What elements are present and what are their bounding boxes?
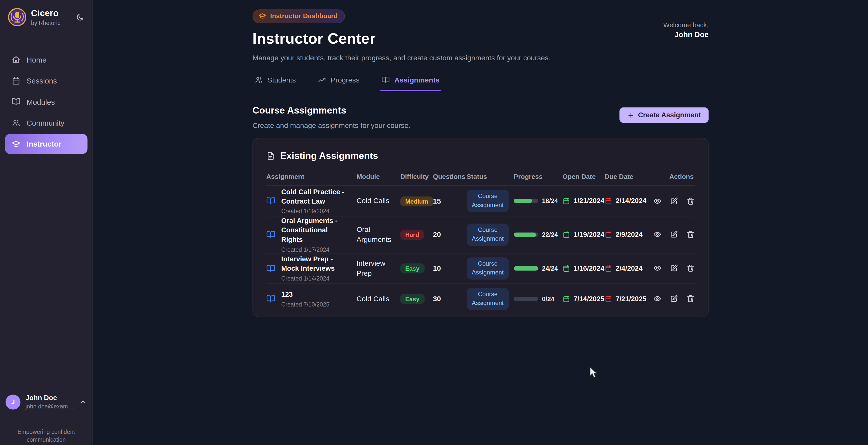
delete-icon[interactable] xyxy=(687,294,695,303)
open-date-cell: 1/16/2024 xyxy=(562,264,604,272)
progress-label: 24/24 xyxy=(542,265,558,272)
delete-icon[interactable] xyxy=(687,197,695,205)
graduation-cap-icon xyxy=(259,12,267,20)
delete-icon[interactable] xyxy=(687,230,695,239)
assignment-created: Created 1/17/2024 xyxy=(281,246,349,253)
sidebar: Cicero by Rhetoric Home Sessions xyxy=(0,0,93,445)
difficulty-badge: Hard xyxy=(400,230,424,240)
calendar-icon xyxy=(562,264,570,272)
progress-bar xyxy=(514,232,538,237)
status-badge: Course Assignment xyxy=(467,257,509,279)
create-assignment-button[interactable]: Create Assignment xyxy=(619,107,709,123)
questions-cell: 30 xyxy=(433,294,467,303)
section-header: Course Assignments Create and manage ass… xyxy=(252,105,410,130)
avatar: J xyxy=(5,394,21,409)
sidebar-item-home[interactable]: Home xyxy=(5,50,88,70)
tab-students[interactable]: Students xyxy=(254,72,297,91)
edit-icon[interactable] xyxy=(670,264,678,273)
edit-icon[interactable] xyxy=(670,294,678,303)
graduation-cap-icon xyxy=(11,139,21,148)
mouse-cursor xyxy=(590,367,598,381)
open-date-cell: 1/19/2024 xyxy=(562,230,604,239)
status-badge: Course Assignment xyxy=(467,223,509,246)
tab-label: Assignments xyxy=(394,76,439,84)
user-name: John Doe xyxy=(26,394,74,402)
user-menu[interactable]: J John Doe john.doe@exampl... xyxy=(5,394,87,409)
progress-bar xyxy=(514,199,538,203)
badge-label: Instructor Dashboard xyxy=(270,12,338,20)
table-row: 123 Created 7/10/2025 Cold Calls Easy 30… xyxy=(266,284,695,314)
sidebar-item-community[interactable]: Community xyxy=(5,113,88,133)
calendar-icon xyxy=(604,197,612,205)
book-open-icon xyxy=(266,294,275,303)
app-window: Cicero by Rhetoric Home Sessions xyxy=(0,0,868,445)
view-icon[interactable] xyxy=(653,294,661,303)
module-cell: Interview Prep xyxy=(356,259,400,278)
tab-progress[interactable]: Progress xyxy=(317,72,361,91)
view-icon[interactable] xyxy=(653,264,661,273)
questions-cell: 20 xyxy=(433,230,467,239)
sidebar-item-modules[interactable]: Modules xyxy=(5,92,88,112)
book-open-icon xyxy=(266,264,275,273)
sidebar-item-label: Home xyxy=(27,56,46,64)
book-open-icon xyxy=(381,76,390,84)
section-title: Course Assignments xyxy=(252,105,410,116)
questions-cell: 10 xyxy=(433,264,467,273)
calendar-icon xyxy=(604,230,612,239)
module-cell: Oral Arguments xyxy=(356,225,400,244)
welcome-text: Welcome back, xyxy=(663,21,709,29)
tab-assignments[interactable]: Assignments xyxy=(380,72,440,91)
col-actions: Actions xyxy=(648,173,696,181)
assignment-name: Cold Call Practice - Contract Law xyxy=(281,187,349,206)
progress-bar xyxy=(514,266,538,271)
delete-icon[interactable] xyxy=(687,264,695,273)
progress-cell: 0/24 xyxy=(514,295,562,302)
book-open-icon xyxy=(266,196,275,205)
col-difficulty: Difficulty xyxy=(400,173,433,181)
chevron-up-icon xyxy=(79,398,87,406)
module-cell: Cold Calls xyxy=(356,294,400,304)
assignment-created: Created 1/14/2024 xyxy=(281,275,349,282)
assignments-table: Assignment Module Difficulty Questions S… xyxy=(266,173,695,314)
edit-icon[interactable] xyxy=(670,230,678,239)
progress-cell: 24/24 xyxy=(514,265,562,272)
trending-up-icon xyxy=(318,76,326,84)
sidebar-nav: Home Sessions Modules Community xyxy=(5,50,88,154)
user-email: john.doe@exampl... xyxy=(26,403,74,409)
users-icon xyxy=(11,119,21,127)
difficulty-badge: Easy xyxy=(400,264,425,274)
book-open-icon xyxy=(266,230,275,239)
assignment-name: Oral Arguments - Constitutional Rights xyxy=(281,217,349,245)
sidebar-item-label: Instructor xyxy=(27,140,61,148)
section-subtitle: Create and manage assignments for your c… xyxy=(252,121,410,129)
assignment-created: Created 7/10/2025 xyxy=(281,301,330,308)
table-row: Interview Prep - Mock Interviews Created… xyxy=(266,253,695,284)
status-badge: Course Assignment xyxy=(467,288,509,310)
sidebar-item-instructor[interactable]: Instructor xyxy=(5,134,88,154)
tab-bar: Students Progress Assignments xyxy=(252,72,709,91)
due-date-cell: 7/21/2025 xyxy=(604,295,648,303)
edit-icon[interactable] xyxy=(670,197,678,205)
sidebar-footer: Empowering confident communication xyxy=(0,422,92,444)
view-icon[interactable] xyxy=(653,197,661,205)
sidebar-footer-text: Empowering confident communication xyxy=(10,428,82,444)
progress-cell: 22/24 xyxy=(514,231,562,238)
due-date-cell: 2/14/2024 xyxy=(604,197,648,205)
col-progress: Progress xyxy=(514,173,562,181)
col-open-date: Open Date xyxy=(562,173,604,181)
tab-label: Progress xyxy=(331,76,360,84)
sidebar-item-sessions[interactable]: Sessions xyxy=(5,71,88,91)
col-assignment: Assignment xyxy=(266,173,356,181)
card-title: Existing Assignments xyxy=(280,151,378,162)
theme-toggle-button[interactable] xyxy=(74,11,86,23)
progress-label: 18/24 xyxy=(542,197,558,204)
users-icon xyxy=(255,76,263,84)
table-row: Oral Arguments - Constitutional Rights C… xyxy=(266,217,695,253)
open-date-cell: 1/21/2024 xyxy=(562,197,604,205)
table-header-row: Assignment Module Difficulty Questions S… xyxy=(266,173,695,186)
create-assignment-label: Create Assignment xyxy=(638,111,701,119)
progress-bar xyxy=(514,296,538,301)
view-icon[interactable] xyxy=(653,230,661,239)
book-open-icon xyxy=(11,97,21,106)
tab-label: Students xyxy=(268,76,296,84)
